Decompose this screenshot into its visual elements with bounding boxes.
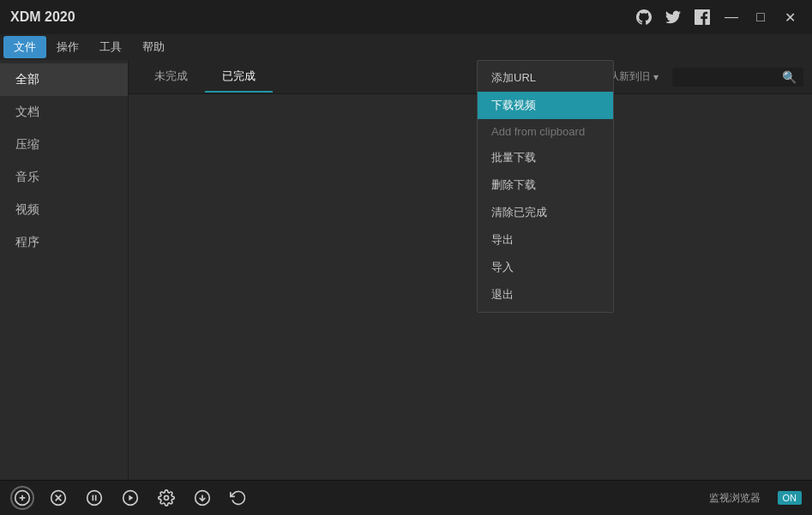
facebook-icon[interactable]: [690, 5, 714, 29]
menubar: 文件 操作 工具 帮助 添加URL 下载视频 Add from clipboar…: [0, 34, 812, 60]
svg-point-11: [165, 496, 169, 500]
svg-point-6: [87, 491, 102, 506]
menu-operate[interactable]: 操作: [46, 36, 89, 58]
app-title: XDM 2020: [10, 9, 632, 25]
main-area: 全部 文档 压缩 音乐 视频 程序 未完成 已完成 从新到旧 ▾ 🔍: [0, 60, 812, 480]
github-icon[interactable]: [632, 5, 656, 29]
minimize-icon[interactable]: —: [719, 5, 743, 29]
tab-incomplete[interactable]: 未完成: [137, 62, 205, 93]
pause-button[interactable]: [82, 486, 106, 510]
refresh-button[interactable]: [226, 486, 250, 510]
resume-button[interactable]: [118, 486, 142, 510]
batch-download-item[interactable]: 批量下载: [478, 144, 613, 171]
maximize-icon[interactable]: □: [749, 5, 773, 29]
quit-item[interactable]: 退出: [478, 281, 613, 308]
sidebar-item-program[interactable]: 程序: [0, 226, 128, 259]
search-icon[interactable]: 🔍: [782, 70, 797, 84]
chevron-down-icon: ▾: [653, 71, 659, 83]
sidebar-item-all[interactable]: 全部: [0, 63, 128, 96]
monitor-browser-label[interactable]: 监视浏览器: [709, 491, 761, 506]
file-dropdown-menu: 添加URL 下载视频 Add from clipboard 批量下载 删除下载 …: [477, 60, 614, 313]
titlebar-icons: — □ ✕: [632, 5, 802, 29]
tab-complete[interactable]: 已完成: [205, 62, 273, 93]
content-body: [129, 94, 812, 480]
search-box: 🔍: [672, 68, 803, 87]
clear-completed-item[interactable]: 清除已完成: [478, 199, 613, 226]
add-button[interactable]: [10, 486, 34, 510]
titlebar: XDM 2020 — □ ✕: [0, 0, 812, 34]
add-clipboard-item[interactable]: Add from clipboard: [478, 119, 613, 144]
delete-download-item[interactable]: 删除下载: [478, 171, 613, 199]
svg-marker-10: [129, 495, 133, 501]
sidebar-item-compressed[interactable]: 压缩: [0, 129, 128, 161]
monitor-badge: ON: [778, 491, 803, 505]
menu-tools[interactable]: 工具: [89, 36, 132, 58]
export-item[interactable]: 导出: [478, 226, 613, 254]
add-url-item[interactable]: 添加URL: [478, 64, 613, 92]
sidebar-item-documents[interactable]: 文档: [0, 96, 128, 129]
content-area: 未完成 已完成 从新到旧 ▾ 🔍: [129, 60, 812, 480]
sidebar-item-music[interactable]: 音乐: [0, 161, 128, 194]
bottombar: 监视浏览器 ON: [0, 480, 812, 515]
search-input[interactable]: [679, 71, 782, 83]
cancel-button[interactable]: [46, 486, 70, 510]
menu-file[interactable]: 文件: [3, 36, 46, 58]
twitter-icon[interactable]: [661, 5, 685, 29]
download-button[interactable]: [190, 486, 214, 510]
sidebar: 全部 文档 压缩 音乐 视频 程序: [0, 60, 129, 480]
sidebar-item-video[interactable]: 视频: [0, 194, 128, 226]
tabbar: 未完成 已完成 从新到旧 ▾ 🔍: [129, 60, 812, 94]
sort-label: 从新到旧: [609, 69, 650, 84]
download-video-item[interactable]: 下载视频: [478, 92, 613, 119]
close-icon[interactable]: ✕: [778, 5, 802, 29]
import-item[interactable]: 导入: [478, 254, 613, 281]
menu-help[interactable]: 帮助: [132, 36, 175, 58]
settings-button[interactable]: [154, 486, 178, 510]
